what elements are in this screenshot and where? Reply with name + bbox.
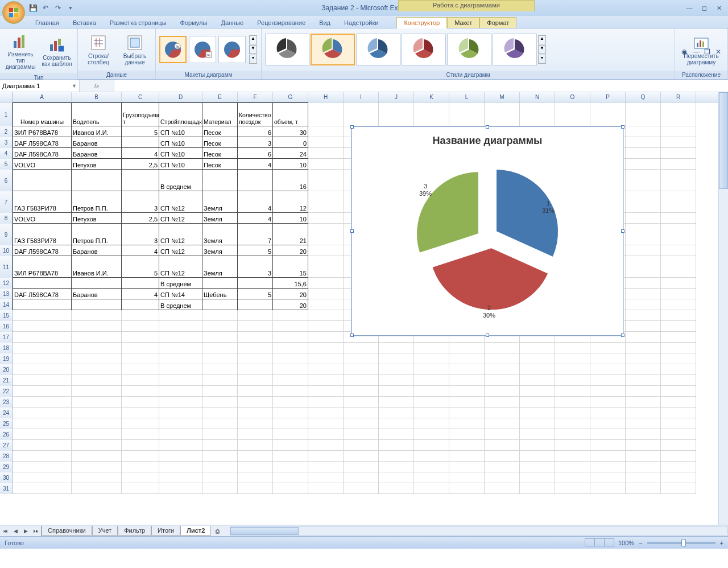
new-sheet-icon[interactable]: ⎙ [211, 528, 224, 534]
cell[interactable] [555, 462, 590, 472]
cell[interactable] [202, 397, 238, 408]
styles-more-icon[interactable]: ▾ [538, 55, 546, 64]
cell[interactable] [72, 321, 122, 332]
cell[interactable] [344, 408, 379, 418]
cell[interactable]: 4 [238, 213, 273, 224]
switch-row-col-button[interactable]: Строка/столбец [81, 32, 115, 67]
cell[interactable]: объем, т [273, 102, 308, 126]
col-header-K[interactable]: K [414, 92, 449, 102]
cell[interactable] [379, 102, 414, 126]
cell[interactable] [520, 364, 555, 375]
cell[interactable]: 20 [273, 245, 308, 256]
cell[interactable] [661, 483, 696, 494]
layout-3[interactable] [218, 36, 246, 63]
cell[interactable] [626, 343, 661, 353]
cell[interactable] [555, 386, 590, 397]
row-header[interactable]: 5 [0, 159, 13, 170]
cell[interactable] [414, 451, 449, 462]
cell[interactable] [202, 483, 238, 494]
cell[interactable] [485, 343, 520, 353]
cell[interactable]: СП №12 [159, 191, 202, 213]
cell[interactable] [626, 429, 661, 440]
cell[interactable]: 6 [238, 126, 273, 137]
tab-layout[interactable]: Макет [447, 17, 479, 28]
cell[interactable] [590, 451, 626, 462]
cell[interactable] [661, 321, 696, 332]
col-header-P[interactable]: P [590, 92, 626, 102]
cell[interactable] [344, 364, 379, 375]
cell[interactable] [626, 245, 661, 256]
cell[interactable] [273, 483, 308, 494]
cell[interactable] [661, 451, 696, 462]
cell[interactable] [159, 483, 202, 494]
row-header[interactable]: 6 [0, 170, 13, 191]
cell[interactable]: 21 [273, 224, 308, 245]
cell[interactable] [202, 408, 238, 418]
cell[interactable]: Водитель [72, 102, 122, 126]
style-3[interactable] [356, 34, 400, 65]
cell[interactable] [661, 310, 696, 321]
cell[interactable] [72, 483, 122, 494]
cell[interactable] [273, 440, 308, 451]
cell[interactable] [273, 364, 308, 375]
cell[interactable] [159, 440, 202, 451]
col-header-O[interactable]: O [555, 92, 590, 102]
cell[interactable] [661, 397, 696, 408]
cell[interactable] [238, 343, 273, 353]
col-header-L[interactable]: L [449, 92, 485, 102]
cell[interactable] [449, 408, 485, 418]
cell[interactable] [308, 386, 344, 397]
cell[interactable] [661, 429, 696, 440]
layout-1[interactable]: % [159, 36, 187, 63]
cell[interactable] [13, 429, 72, 440]
cell[interactable]: 10 [273, 213, 308, 224]
cell[interactable] [202, 386, 238, 397]
cell[interactable] [308, 364, 344, 375]
row-header[interactable]: 25 [0, 418, 13, 429]
cell[interactable] [485, 397, 520, 408]
cell[interactable] [661, 289, 696, 299]
zoom-out-icon[interactable]: − [639, 540, 642, 546]
cell[interactable]: 0 [273, 137, 308, 148]
cell[interactable] [122, 332, 159, 343]
cell[interactable] [308, 451, 344, 462]
row-header[interactable]: 24 [0, 408, 13, 418]
row-header[interactable]: 16 [0, 321, 13, 332]
cell[interactable]: Петров П.П. [72, 224, 122, 245]
row-header[interactable]: 3 [0, 137, 13, 148]
layouts-up-icon[interactable]: ▲ [249, 35, 257, 44]
row-header[interactable]: 29 [0, 462, 13, 472]
cell[interactable] [238, 375, 273, 386]
cell[interactable]: СП №10 [159, 148, 202, 159]
cell[interactable] [273, 375, 308, 386]
qat-dropdown-icon[interactable]: ▼ [66, 3, 75, 13]
cell[interactable] [661, 299, 696, 310]
sheet-tab[interactable]: Фильтр [118, 526, 151, 536]
cell[interactable] [590, 429, 626, 440]
cell[interactable] [626, 299, 661, 310]
cell[interactable] [238, 397, 273, 408]
cell[interactable] [626, 256, 661, 278]
cell[interactable] [414, 353, 449, 364]
cell[interactable] [661, 148, 696, 159]
cell[interactable] [485, 462, 520, 472]
cell[interactable] [202, 170, 238, 191]
cell[interactable] [122, 397, 159, 408]
cell[interactable] [159, 472, 202, 483]
cell[interactable] [344, 353, 379, 364]
cell[interactable]: Стройплощадка [159, 102, 202, 126]
cell[interactable] [308, 483, 344, 494]
cell[interactable] [414, 472, 449, 483]
redo-icon[interactable]: ↷ [53, 3, 63, 13]
cell[interactable] [308, 137, 344, 148]
row-header[interactable]: 19 [0, 353, 13, 364]
cell[interactable]: 12 [273, 191, 308, 213]
cell[interactable] [344, 451, 379, 462]
cell[interactable] [590, 440, 626, 451]
cell[interactable] [414, 102, 449, 126]
cell[interactable] [485, 418, 520, 429]
cell[interactable] [273, 451, 308, 462]
style-1[interactable] [265, 34, 309, 65]
sheet-tab[interactable]: Справочники [42, 526, 92, 536]
cell[interactable] [238, 332, 273, 343]
